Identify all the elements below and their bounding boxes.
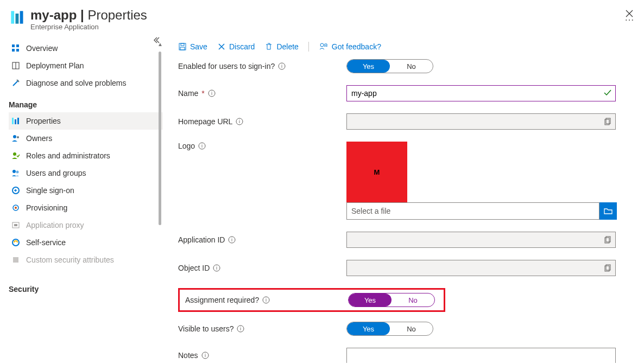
info-icon[interactable]: i	[278, 62, 286, 70]
owners-icon	[11, 134, 21, 143]
info-icon[interactable]: i	[228, 236, 236, 244]
sidebar-item-users-groups[interactable]: Users and groups	[9, 164, 163, 182]
logo-label: Logo	[178, 142, 195, 150]
sidebar-item-owners[interactable]: Owners	[9, 130, 163, 147]
trash-icon	[264, 42, 273, 51]
sidebar-item-label: Overview	[26, 44, 58, 53]
section-name: Properties	[87, 8, 147, 22]
info-icon[interactable]: i	[237, 325, 244, 333]
wrench-icon	[11, 79, 21, 87]
visible-label: Visible to users?	[178, 324, 233, 333]
sidebar-section-security: Security	[9, 276, 163, 297]
check-icon	[603, 88, 613, 99]
svg-text:i: i	[201, 143, 203, 149]
sidebar-item-custom-security: Custom security attributes	[9, 251, 163, 269]
svg-point-16	[16, 171, 19, 174]
toolbar-label: Delete	[276, 42, 298, 51]
svg-rect-3	[12, 44, 15, 47]
required-marker: *	[201, 89, 204, 98]
sidebar-item-diagnose[interactable]: Diagnose and solve problems	[9, 74, 163, 92]
discard-icon	[217, 42, 226, 51]
svg-rect-2	[20, 11, 23, 23]
sidebar-item-deployment-plan[interactable]: Deployment Plan	[9, 57, 163, 74]
svg-point-22	[12, 239, 19, 246]
svg-point-19	[15, 207, 17, 209]
sidebar-item-label: Diagnose and solve problems	[26, 79, 126, 87]
toggle-no[interactable]: No	[390, 60, 433, 73]
svg-text:i: i	[211, 91, 212, 96]
sidebar-item-overview[interactable]: Overview	[9, 40, 163, 57]
sidebar: ▲ Overview Deployment Plan Diagnose and …	[0, 36, 163, 364]
content-area: Save Discard Delete Got feedback?	[163, 36, 644, 364]
toggle-yes[interactable]: Yes	[347, 322, 390, 335]
svg-rect-23	[13, 257, 18, 263]
svg-rect-6	[16, 49, 19, 52]
toolbar-divider	[308, 42, 309, 52]
assignment-toggle[interactable]: Yes No	[348, 293, 435, 307]
homepage-field	[346, 113, 616, 130]
svg-point-14	[13, 152, 16, 156]
toggle-yes[interactable]: Yes	[347, 60, 390, 73]
security-attrs-icon	[11, 256, 21, 264]
delete-button[interactable]: Delete	[264, 42, 298, 51]
self-service-icon	[11, 238, 21, 247]
appid-field	[346, 232, 616, 248]
info-icon[interactable]: i	[201, 352, 209, 359]
close-button[interactable]	[626, 10, 633, 19]
scroll-up-arrow[interactable]: ▲	[157, 42, 163, 47]
info-icon[interactable]: i	[208, 90, 216, 97]
sidebar-item-provisioning[interactable]: Provisioning	[9, 199, 163, 216]
name-label: Name	[178, 89, 198, 98]
discard-button[interactable]: Discard	[217, 42, 255, 51]
sidebar-scrollbar[interactable]: ▲	[157, 42, 163, 364]
grid-icon	[11, 44, 21, 53]
toggle-no[interactable]: No	[392, 293, 434, 306]
person-check-icon	[11, 151, 21, 160]
svg-point-15	[12, 170, 16, 173]
save-icon	[178, 42, 187, 51]
info-icon[interactable]: i	[262, 296, 270, 304]
svg-rect-0	[11, 11, 14, 23]
logo-letter: M	[374, 168, 380, 176]
toolbar: Save Discard Delete Got feedback?	[178, 36, 633, 59]
appid-label: Application ID	[178, 235, 225, 244]
scroll-thumb[interactable]	[159, 52, 161, 225]
info-icon[interactable]: i	[236, 118, 243, 125]
svg-text:i: i	[240, 326, 241, 331]
notes-input[interactable]	[346, 348, 616, 363]
sidebar-item-self-service[interactable]: Self-service	[9, 234, 163, 251]
copy-icon[interactable]	[604, 236, 612, 244]
objectid-label: Object ID	[178, 264, 210, 272]
page-title: my-app | Properties	[30, 8, 615, 23]
info-icon[interactable]: i	[198, 142, 206, 150]
assignment-required-highlight: Assignment required? i Yes No	[178, 288, 445, 312]
name-input[interactable]	[346, 85, 616, 101]
info-icon[interactable]: i	[213, 264, 220, 272]
title-separator: |	[77, 8, 87, 22]
file-select-input[interactable]: Select a file	[346, 202, 599, 220]
visible-toggle[interactable]: Yes No	[346, 322, 433, 336]
objectid-field	[346, 260, 616, 276]
sidebar-item-roles-admins[interactable]: Roles and administrators	[9, 147, 163, 164]
svg-rect-26	[180, 47, 185, 50]
provisioning-icon	[11, 203, 21, 212]
save-button[interactable]: Save	[178, 42, 207, 51]
page-header: my-app | Properties Enterprise Applicati…	[0, 0, 644, 36]
toolbar-label: Got feedback?	[332, 42, 381, 51]
sidebar-item-sso[interactable]: Single sign-on	[9, 182, 163, 199]
svg-rect-10	[15, 119, 16, 124]
copy-icon[interactable]	[604, 118, 612, 125]
toggle-no[interactable]: No	[390, 322, 433, 335]
sidebar-item-properties[interactable]: Properties	[9, 112, 163, 130]
toggle-yes[interactable]: Yes	[349, 293, 392, 306]
proxy-icon	[11, 221, 21, 229]
copy-icon[interactable]	[604, 264, 612, 272]
svg-point-13	[17, 136, 19, 138]
enabled-toggle[interactable]: Yes No	[346, 59, 433, 73]
svg-text:i: i	[231, 237, 232, 242]
browse-button[interactable]	[599, 202, 617, 220]
feedback-button[interactable]: Got feedback?	[319, 42, 381, 52]
signin-icon	[11, 186, 21, 195]
svg-text:i: i	[281, 63, 282, 69]
book-icon	[11, 61, 21, 70]
